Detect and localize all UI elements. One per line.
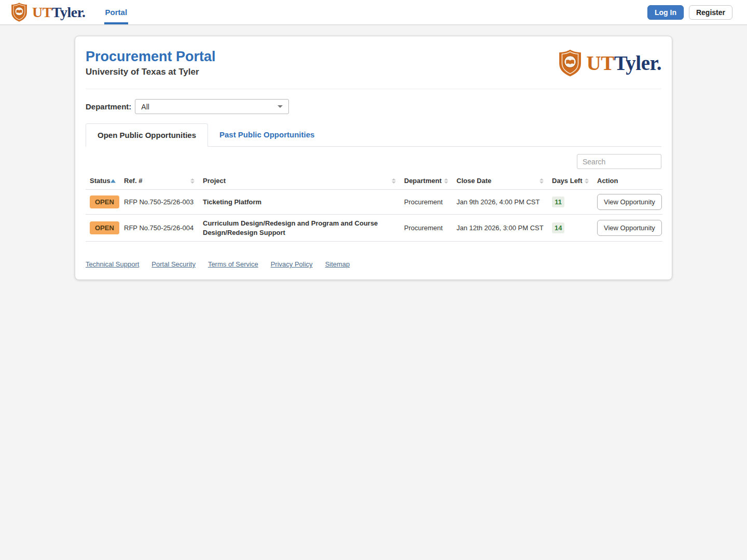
department-label: Department: (86, 102, 131, 111)
project-cell: Ticketing Platform (199, 190, 400, 215)
status-cell: OPEN (86, 190, 120, 215)
col-header-project-label: Project (203, 177, 226, 185)
sort-icon (190, 178, 195, 184)
top-navigation-bar: UTTyler. Portal Log In Register (0, 0, 747, 25)
sort-icon (444, 178, 448, 184)
wordmark-ut: UT (32, 4, 52, 20)
status-badge: OPEN (90, 195, 119, 208)
project-cell: Curriculum Design/Redesign and Program a… (199, 215, 400, 242)
login-button[interactable]: Log In (647, 5, 684, 20)
header-divider (86, 89, 661, 89)
footer-link-terms-of-service[interactable]: Terms of Service (208, 260, 258, 268)
wordmark-ut: UT (587, 52, 614, 74)
col-header-ref-label: Ref. # (124, 177, 142, 185)
wordmark-dot: . (657, 52, 661, 74)
col-header-department[interactable]: Department (400, 172, 452, 190)
footer-link-technical-support[interactable]: Technical Support (86, 260, 139, 268)
search-row (86, 154, 661, 169)
footer-link-portal-security[interactable]: Portal Security (151, 260, 196, 268)
col-header-status-label: Status (90, 177, 110, 185)
page-title: Procurement Portal (86, 49, 216, 65)
chevron-down-icon (278, 105, 283, 108)
col-header-days-left[interactable]: Days Left (548, 172, 593, 190)
opportunities-table: Status Ref. # Project Department Close D… (86, 172, 662, 242)
sort-asc-active-icon (110, 179, 116, 183)
days-left-cell: 14 (548, 215, 593, 242)
col-header-project[interactable]: Project (199, 172, 400, 190)
search-input[interactable] (577, 154, 661, 169)
col-header-close-date-label: Close Date (457, 177, 491, 185)
procurement-portal-card: Procurement Portal University of Texas a… (75, 36, 672, 280)
close-date-cell: Jan 9th 2026, 4:00 PM CST (452, 190, 548, 215)
sort-icon (540, 178, 544, 184)
col-header-close-date[interactable]: Close Date (452, 172, 548, 190)
col-header-ref[interactable]: Ref. # (120, 172, 199, 190)
status-cell: OPEN (86, 215, 120, 242)
ut-tyler-shield-icon (558, 49, 583, 77)
close-date-cell: Jan 12th 2026, 3:00 PM CST (452, 215, 548, 242)
ut-tyler-wordmark: UTTyler. (32, 4, 86, 21)
col-header-action: Action (593, 172, 662, 190)
table-header-row: Status Ref. # Project Department Close D… (86, 172, 662, 190)
ut-tyler-shield-icon (10, 2, 28, 22)
ref-cell: RFP No.750-25/26-004 (120, 215, 199, 242)
register-button[interactable]: Register (689, 5, 732, 20)
sort-icon (392, 178, 396, 184)
card-header: Procurement Portal University of Texas a… (86, 49, 661, 77)
department-filter-row: Department: All (86, 99, 661, 114)
footer-link-sitemap[interactable]: Sitemap (325, 260, 350, 268)
ut-tyler-logo[interactable]: UTTyler. (10, 0, 86, 24)
col-header-status[interactable]: Status (86, 172, 120, 190)
days-left-cell: 11 (548, 190, 593, 215)
col-header-department-label: Department (404, 177, 441, 185)
sort-icon (585, 178, 589, 184)
footer-links: Technical Support Portal Security Terms … (86, 260, 661, 268)
col-header-days-left-label: Days Left (552, 177, 583, 185)
department-select-value: All (141, 103, 149, 111)
department-cell: Procurement (400, 215, 452, 242)
action-cell: View Opportunity (593, 190, 662, 215)
footer-link-privacy-policy[interactable]: Privacy Policy (271, 260, 313, 268)
ut-tyler-logo-large: UTTyler. (558, 49, 661, 77)
wordmark-dot: . (82, 4, 86, 20)
table-row: OPEN RFP No.750-25/26-003 Ticketing Plat… (86, 190, 662, 215)
ut-tyler-wordmark: UTTyler. (587, 51, 661, 75)
days-left-badge: 11 (552, 197, 564, 207)
tab-past-public-opportunities[interactable]: Past Public Opportunities (208, 123, 326, 146)
department-select[interactable]: All (135, 99, 289, 114)
status-badge: OPEN (90, 221, 119, 234)
nav-portal-link[interactable]: Portal (104, 0, 129, 24)
tab-open-public-opportunities[interactable]: Open Public Opportunities (86, 123, 208, 147)
days-left-badge: 14 (552, 222, 564, 233)
view-opportunity-button[interactable]: View Opportunity (597, 194, 662, 210)
table-row: OPEN RFP No.750-25/26-004 Curriculum Des… (86, 215, 662, 242)
wordmark-tyler: Tyler (614, 52, 657, 74)
view-opportunity-button[interactable]: View Opportunity (597, 220, 662, 236)
col-header-action-label: Action (597, 177, 618, 185)
wordmark-tyler: Tyler (52, 4, 82, 20)
department-cell: Procurement (400, 190, 452, 215)
ref-cell: RFP No.750-25/26-003 (120, 190, 199, 215)
action-cell: View Opportunity (593, 215, 662, 242)
page-subtitle: University of Texas at Tyler (86, 67, 216, 77)
tab-bar: Open Public Opportunities Past Public Op… (86, 123, 661, 147)
